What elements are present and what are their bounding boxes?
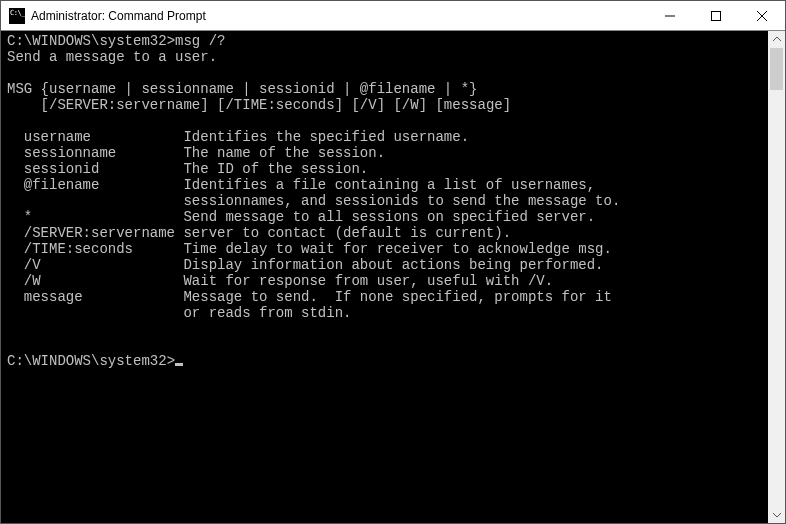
- client-area: C:\WINDOWS\system32>msg /? Send a messag…: [1, 31, 785, 523]
- help-option-row: /TIME:secondsTime delay to wait for rece…: [7, 241, 768, 257]
- help-option-desc: server to contact (default is current).: [183, 225, 511, 241]
- help-option-key: message: [7, 289, 183, 305]
- scroll-up-button[interactable]: [768, 31, 785, 48]
- prompt-path: C:\WINDOWS\system32>: [7, 33, 175, 49]
- help-usage-line-1: MSG {username | sessionname | sessionid …: [7, 81, 477, 97]
- scroll-down-button[interactable]: [768, 506, 785, 523]
- svg-rect-1: [712, 11, 721, 20]
- help-options-block: usernameIdentifies the specified usernam…: [7, 129, 768, 321]
- vertical-scrollbar[interactable]: [768, 31, 785, 523]
- help-option-row: /VDisplay information about actions bein…: [7, 257, 768, 273]
- terminal-output[interactable]: C:\WINDOWS\system32>msg /? Send a messag…: [1, 31, 768, 523]
- help-option-key: @filename: [7, 177, 183, 193]
- help-option-desc: or reads from stdin.: [183, 305, 351, 321]
- help-option-desc: Time delay to wait for receiver to ackno…: [183, 241, 611, 257]
- window-title: Administrator: Command Prompt: [31, 9, 206, 23]
- help-option-row: *Send message to all sessions on specifi…: [7, 209, 768, 225]
- help-option-desc: Wait for response from user, useful with…: [183, 273, 553, 289]
- help-option-key: /TIME:seconds: [7, 241, 183, 257]
- help-option-row: /WWait for response from user, useful wi…: [7, 273, 768, 289]
- help-option-desc: Message to send. If none specified, prom…: [183, 289, 611, 305]
- maximize-icon: [711, 11, 721, 21]
- help-summary: Send a message to a user.: [7, 49, 217, 65]
- help-option-desc: Send message to all sessions on specifie…: [183, 209, 595, 225]
- help-option-key: username: [7, 129, 183, 145]
- help-option-key: /SERVER:servername: [7, 225, 183, 241]
- close-icon: [757, 11, 767, 21]
- help-option-row: messageMessage to send. If none specifie…: [7, 289, 768, 305]
- help-option-row: usernameIdentifies the specified usernam…: [7, 129, 768, 145]
- cmd-icon: [9, 8, 25, 24]
- scrollbar-track[interactable]: [768, 48, 785, 506]
- help-option-row: /SERVER:servernameserver to contact (def…: [7, 225, 768, 241]
- help-option-desc: The ID of the session.: [183, 161, 368, 177]
- help-option-desc: sessionnames, and sessionids to send the…: [183, 193, 620, 209]
- chevron-down-icon: [773, 512, 781, 517]
- help-option-key: /V: [7, 257, 183, 273]
- help-option-key: sessionname: [7, 145, 183, 161]
- help-option-row: sessionidThe ID of the session.: [7, 161, 768, 177]
- chevron-up-icon: [773, 37, 781, 42]
- scrollbar-thumb[interactable]: [770, 48, 783, 90]
- help-option-desc: The name of the session.: [183, 145, 385, 161]
- help-option-key: sessionid: [7, 161, 183, 177]
- help-option-row: sessionnames, and sessionids to send the…: [7, 193, 768, 209]
- maximize-button[interactable]: [693, 1, 739, 31]
- prompt-path-2: C:\WINDOWS\system32>: [7, 353, 175, 369]
- minimize-icon: [665, 11, 675, 21]
- close-button[interactable]: [739, 1, 785, 31]
- help-option-desc: Identifies the specified username.: [183, 129, 469, 145]
- help-option-desc: Display information about actions being …: [183, 257, 603, 273]
- help-option-row: @filenameIdentifies a file containing a …: [7, 177, 768, 193]
- help-option-key: /W: [7, 273, 183, 289]
- minimize-button[interactable]: [647, 1, 693, 31]
- help-option-row: or reads from stdin.: [7, 305, 768, 321]
- help-option-key: *: [7, 209, 183, 225]
- help-usage-line-2: [/SERVER:servername] [/TIME:seconds] [/V…: [7, 97, 511, 113]
- help-option-desc: Identifies a file containing a list of u…: [183, 177, 595, 193]
- help-option-row: sessionnameThe name of the session.: [7, 145, 768, 161]
- command-prompt-window: Administrator: Command Prompt C:\WINDOWS…: [0, 0, 786, 524]
- cursor: [175, 363, 183, 366]
- titlebar[interactable]: Administrator: Command Prompt: [1, 1, 785, 31]
- entered-command: msg /?: [175, 33, 225, 49]
